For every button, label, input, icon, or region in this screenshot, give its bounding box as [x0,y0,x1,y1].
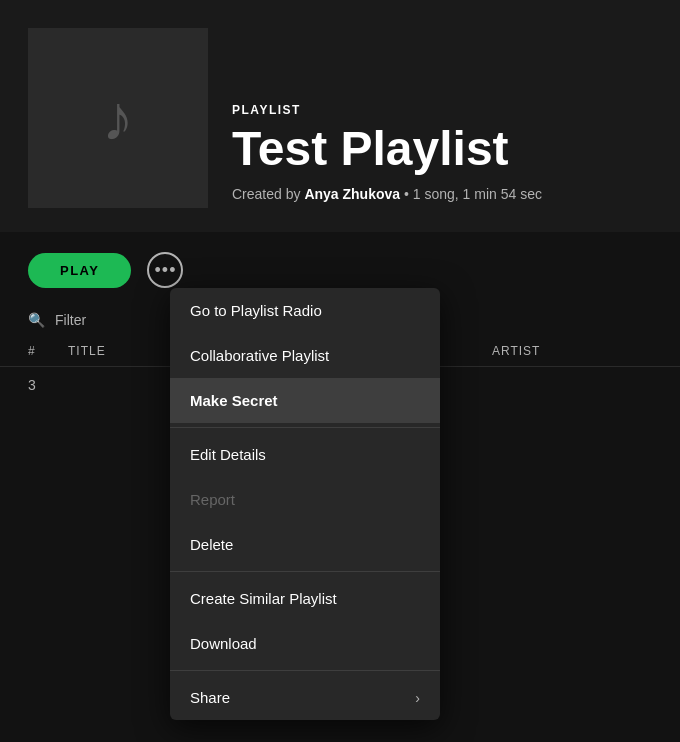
created-by-label: Created by [232,186,300,202]
menu-item-create-similar[interactable]: Create Similar Playlist [170,576,440,621]
play-button[interactable]: PLAY [28,253,131,288]
filter-label[interactable]: Filter [55,312,86,328]
menu-item-label: Collaborative Playlist [190,347,329,364]
menu-item-label: Share [190,689,230,706]
meta-separator: • [404,186,413,202]
playlist-meta: Created by Anya Zhukova • 1 song, 1 min … [232,186,542,202]
col-num: # [28,344,68,358]
menu-item-make-secret[interactable]: Make Secret [170,378,440,423]
col-artist: ARTIST [492,344,652,358]
menu-item-report: Report [170,477,440,522]
menu-item-collaborative[interactable]: Collaborative Playlist [170,333,440,378]
menu-divider-1 [170,427,440,428]
search-icon: 🔍 [28,312,45,328]
menu-item-label: Report [190,491,235,508]
menu-item-label: Create Similar Playlist [190,590,337,607]
chevron-right-icon: › [415,690,420,706]
more-dots-icon: ••• [155,260,177,281]
track-number: 3 [28,377,68,393]
menu-divider-3 [170,670,440,671]
playlist-type: PLAYLIST [232,103,542,117]
menu-item-share[interactable]: Share › [170,675,440,720]
album-art: ♪ [28,28,208,208]
header: ♪ PLAYLIST Test Playlist Created by Anya… [0,0,680,232]
menu-item-label: Edit Details [190,446,266,463]
menu-item-label: Go to Playlist Radio [190,302,322,319]
playlist-title: Test Playlist [232,123,542,176]
controls-row: PLAY ••• Go to Playlist Radio Collaborat… [0,232,680,304]
menu-item-playlist-radio[interactable]: Go to Playlist Radio [170,288,440,333]
menu-item-download[interactable]: Download [170,621,440,666]
menu-item-label: Make Secret [190,392,278,409]
playlist-stats: 1 song, 1 min 54 sec [413,186,542,202]
menu-item-edit-details[interactable]: Edit Details [170,432,440,477]
menu-item-label: Delete [190,536,233,553]
more-button[interactable]: ••• [147,252,183,288]
menu-item-label: Download [190,635,257,652]
menu-divider-2 [170,571,440,572]
creator-name: Anya Zhukova [304,186,400,202]
playlist-info: PLAYLIST Test Playlist Created by Anya Z… [232,103,542,208]
menu-item-delete[interactable]: Delete [170,522,440,567]
music-note-icon: ♪ [102,81,134,155]
dropdown-menu: Go to Playlist Radio Collaborative Playl… [170,288,440,720]
